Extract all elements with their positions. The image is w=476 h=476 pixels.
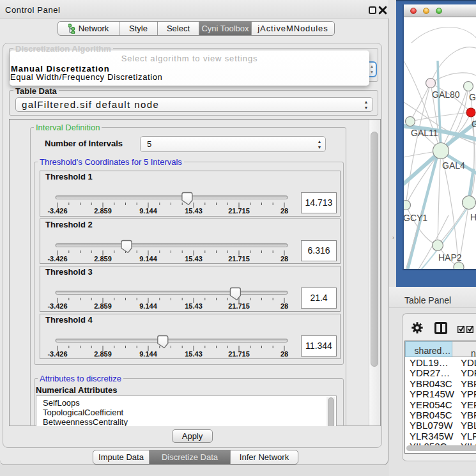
svg-text:15.43: 15.43: [185, 207, 203, 215]
svg-text:28: 28: [280, 255, 288, 263]
svg-text:GCY1: GCY1: [404, 213, 427, 223]
svg-text:9.144: 9.144: [139, 302, 157, 310]
svg-text:28: 28: [280, 207, 288, 215]
svg-text:-3.426: -3.426: [47, 350, 67, 358]
svg-text:GAL11: GAL11: [411, 128, 438, 138]
svg-text:21.715: 21.715: [228, 302, 250, 310]
svg-text:15.43: 15.43: [185, 255, 203, 263]
svg-text:21.715: 21.715: [228, 255, 250, 263]
svg-text:GAL4: GAL4: [442, 160, 465, 171]
svg-text:GAL: GAL: [469, 92, 476, 102]
svg-text:HA: HA: [470, 212, 476, 222]
svg-text:15.43: 15.43: [185, 350, 203, 358]
svg-text:2.859: 2.859: [94, 255, 112, 263]
svg-text:GA: GA: [472, 119, 476, 129]
svg-text:2.859: 2.859: [94, 207, 112, 215]
svg-text:21.715: 21.715: [228, 350, 250, 358]
svg-text:28: 28: [280, 302, 288, 310]
svg-text:-3.426: -3.426: [47, 255, 67, 263]
svg-text:9.144: 9.144: [139, 350, 157, 358]
svg-text:9.144: 9.144: [139, 207, 157, 215]
svg-text:-3.426: -3.426: [47, 302, 67, 310]
svg-text:9.144: 9.144: [139, 255, 157, 263]
svg-text:GAL80: GAL80: [432, 89, 460, 100]
svg-text:21.715: 21.715: [228, 207, 250, 215]
svg-text:28: 28: [280, 350, 288, 358]
svg-text:15.43: 15.43: [185, 302, 203, 310]
svg-text:-3.426: -3.426: [47, 207, 67, 215]
svg-text:2.859: 2.859: [94, 350, 112, 358]
svg-text:HAP2: HAP2: [438, 252, 462, 263]
svg-text:2.859: 2.859: [94, 302, 112, 310]
